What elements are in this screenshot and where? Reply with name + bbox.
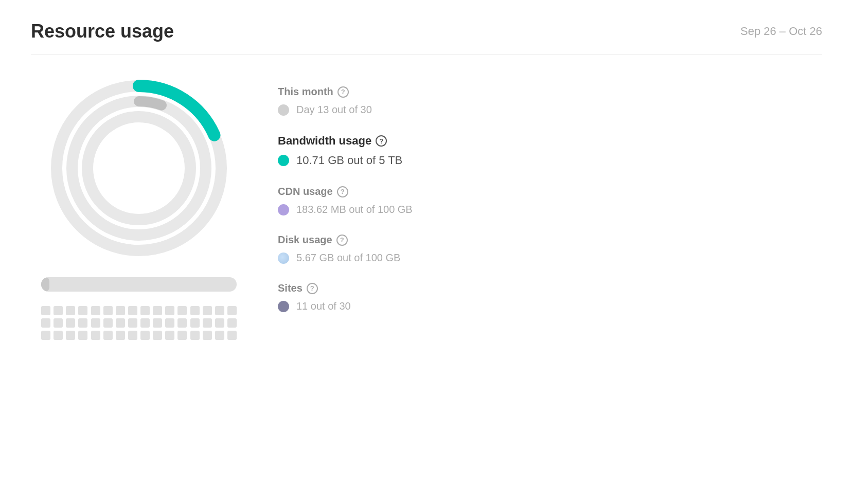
skeleton-dot: [103, 306, 113, 315]
skeleton-dot: [190, 331, 200, 340]
skeleton-dot: [215, 318, 224, 328]
skeleton-dot: [215, 306, 224, 315]
disk-help-icon[interactable]: ?: [336, 235, 348, 246]
skeleton-dot: [177, 331, 187, 340]
skeleton-dot: [54, 331, 63, 340]
skeleton-dot: [227, 318, 237, 328]
skeleton-dot: [41, 306, 50, 315]
main-content: This month ? Day 13 out of 30 Bandwidth …: [31, 76, 822, 340]
skeleton-grid: [41, 306, 237, 340]
skeleton-dot: [227, 331, 237, 340]
skeleton-dot: [91, 331, 100, 340]
skeleton-dot: [66, 331, 75, 340]
this-month-dot: [278, 104, 289, 116]
disk-dot: [278, 253, 289, 264]
skeleton-dot: [128, 331, 137, 340]
skeleton-dot: [190, 306, 200, 315]
skeleton-dot: [140, 306, 150, 315]
bandwidth-value: 10.71 GB out of 5 TB: [296, 154, 402, 167]
progress-bar-skeleton: [41, 277, 237, 292]
page-container: Resource usage Sep 26 – Oct 26: [0, 0, 853, 361]
skeleton-dot: [103, 331, 113, 340]
this-month-value-row: Day 13 out of 30: [278, 104, 822, 116]
skeleton-dot: [203, 306, 212, 315]
bandwidth-value-row: 10.71 GB out of 5 TB: [278, 154, 822, 167]
skeleton-dot: [78, 331, 87, 340]
sites-value-row: 11 out of 30: [278, 300, 822, 312]
skeleton-dot: [128, 318, 137, 328]
skeleton-dot: [116, 331, 125, 340]
skeleton-dot: [227, 306, 237, 315]
donut-svg: [46, 76, 232, 261]
disk-section: Disk usage ? 5.67 GB out of 100 GB: [278, 234, 822, 264]
skeleton-dot: [153, 306, 162, 315]
skeleton-dot: [153, 331, 162, 340]
ring-inner-bg: [87, 117, 190, 220]
cdn-value-row: 183.62 MB out of 100 GB: [278, 204, 822, 215]
disk-value-row: 5.67 GB out of 100 GB: [278, 252, 822, 264]
stats-panel: This month ? Day 13 out of 30 Bandwidth …: [278, 76, 822, 331]
skeleton-dot: [203, 318, 212, 328]
skeleton-dot: [153, 318, 162, 328]
this-month-help-icon[interactable]: ?: [337, 86, 349, 98]
cdn-value: 183.62 MB out of 100 GB: [296, 204, 413, 215]
sites-title: Sites ?: [278, 282, 822, 294]
skeleton-dot: [116, 306, 125, 315]
bandwidth-help-icon[interactable]: ?: [376, 135, 387, 147]
chart-area: [31, 76, 247, 340]
skeleton-dot: [140, 331, 150, 340]
cdn-title: CDN usage ?: [278, 186, 822, 197]
cdn-section: CDN usage ? 183.62 MB out of 100 GB: [278, 186, 822, 215]
skeleton-dot: [203, 331, 212, 340]
skeleton-dot: [54, 318, 63, 328]
skeleton-dot: [165, 331, 174, 340]
this-month-section: This month ? Day 13 out of 30: [278, 86, 822, 116]
donut-chart: [46, 76, 232, 261]
skeleton-dot: [78, 306, 87, 315]
skeleton-dot: [54, 306, 63, 315]
cdn-dot: [278, 204, 289, 215]
skeleton-dot: [116, 318, 125, 328]
bandwidth-title: Bandwidth usage ?: [278, 134, 822, 148]
skeleton-dot: [103, 318, 113, 328]
skeleton-dot: [177, 306, 187, 315]
disk-value: 5.67 GB out of 100 GB: [296, 252, 400, 264]
skeleton-dot: [66, 318, 75, 328]
skeleton-dot: [91, 306, 100, 315]
this-month-title: This month ?: [278, 86, 822, 98]
skeleton-dot: [128, 306, 137, 315]
skeleton-dot: [215, 331, 224, 340]
skeleton-dot: [41, 331, 50, 340]
disk-title: Disk usage ?: [278, 234, 822, 246]
skeleton-dot: [78, 318, 87, 328]
sites-value: 11 out of 30: [296, 300, 351, 312]
cdn-help-icon[interactable]: ?: [337, 186, 348, 197]
skeleton-dot: [177, 318, 187, 328]
skeleton-dot: [165, 306, 174, 315]
skeleton-dot: [41, 318, 50, 328]
bandwidth-section: Bandwidth usage ? 10.71 GB out of 5 TB: [278, 134, 822, 167]
date-range: Sep 26 – Oct 26: [740, 25, 822, 38]
skeleton-dot: [190, 318, 200, 328]
bandwidth-dot: [278, 155, 289, 166]
page-header: Resource usage Sep 26 – Oct 26: [31, 21, 822, 55]
page-title: Resource usage: [31, 21, 174, 42]
progress-bar-fill: [41, 277, 49, 292]
skeleton-dot: [165, 318, 174, 328]
sites-section: Sites ? 11 out of 30: [278, 282, 822, 312]
skeleton-dot: [66, 306, 75, 315]
sites-help-icon[interactable]: ?: [307, 283, 318, 294]
this-month-value: Day 13 out of 30: [296, 104, 372, 116]
skeleton-dot: [140, 318, 150, 328]
sites-dot: [278, 301, 289, 312]
skeleton-dot: [91, 318, 100, 328]
